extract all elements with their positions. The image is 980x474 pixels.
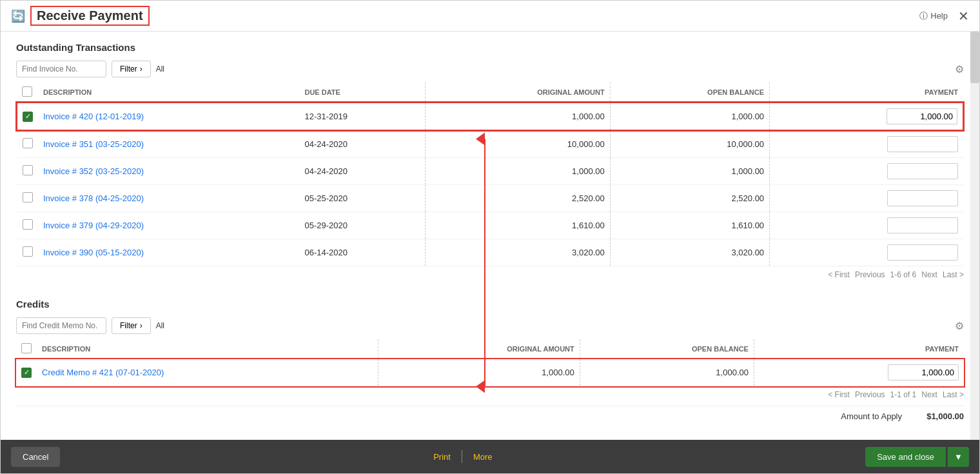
scrollbar[interactable] xyxy=(970,32,979,440)
credits-section: Credits Filter › All ⚙ DESCRIPTI xyxy=(16,299,964,403)
outstanding-table-row: Invoice # 379 (04-29-2020)05-29-20201,61… xyxy=(17,212,963,239)
close-button[interactable]: ✕ xyxy=(958,8,969,24)
outstanding-col-description: DESCRIPTION xyxy=(38,83,299,103)
payment-input[interactable] xyxy=(887,163,958,179)
invoice-link[interactable]: Invoice # 379 (04-29-2020) xyxy=(43,221,144,230)
invoice-link[interactable]: Invoice # 390 (05-15-2020) xyxy=(43,248,144,257)
amount-to-apply-value: $1,000.00 xyxy=(912,411,964,421)
invoice-link[interactable]: Invoice # 351 (03-25-2020) xyxy=(43,139,144,149)
cancel-button[interactable]: Cancel xyxy=(11,447,60,467)
outstanding-settings-icon[interactable]: ⚙ xyxy=(955,63,964,75)
help-button[interactable]: ⓘ Help xyxy=(919,10,948,22)
credits-next-page[interactable]: Next xyxy=(921,390,937,399)
outstanding-page-range: 1-6 of 6 xyxy=(890,270,917,279)
page-title: Receive Payment xyxy=(30,6,150,26)
more-button[interactable]: More xyxy=(463,447,503,467)
amount-to-apply-label: Amount to Apply xyxy=(841,411,902,421)
due-date-cell: 04-24-2020 xyxy=(299,158,426,185)
payment-input[interactable] xyxy=(887,190,958,206)
outstanding-table-row: Invoice # 420 (12-01-2019)12-31-20191,00… xyxy=(17,103,963,130)
find-invoice-input[interactable] xyxy=(16,61,106,77)
credits-col-open-balance: OPEN BALANCE xyxy=(580,339,754,359)
due-date-cell: 06-14-2020 xyxy=(299,239,426,266)
due-date-cell: 12-31-2019 xyxy=(299,103,426,130)
invoice-link[interactable]: Invoice # 352 (03-25-2020) xyxy=(43,166,144,176)
save-dropdown-button[interactable]: ▼ xyxy=(947,447,969,467)
outstanding-row-checkbox[interactable] xyxy=(23,112,33,122)
outstanding-col-open-balance: OPEN BALANCE xyxy=(610,83,769,103)
open-balance-cell: 10,000.00 xyxy=(610,130,769,158)
credits-settings-icon[interactable]: ⚙ xyxy=(955,320,964,332)
credits-filter-arrow-icon: › xyxy=(140,321,142,330)
open-balance-cell: 1,000.00 xyxy=(610,103,769,130)
outstanding-previous-page[interactable]: Previous xyxy=(855,270,885,279)
credits-first-page[interactable]: < First xyxy=(828,390,850,399)
credits-filter-bar: Filter › All ⚙ xyxy=(16,317,964,334)
credits-payment-input[interactable] xyxy=(888,364,959,380)
outstanding-col-original-amount: ORIGINAL AMOUNT xyxy=(426,83,610,103)
credits-all-label: All xyxy=(156,321,164,330)
scrollbar-thumb[interactable] xyxy=(970,32,979,83)
payment-input[interactable] xyxy=(887,244,958,261)
outstanding-table-row: Invoice # 352 (03-25-2020)04-24-20201,00… xyxy=(17,158,963,185)
credits-filter-button[interactable]: Filter › xyxy=(112,317,151,334)
save-and-close-button[interactable]: Save and close xyxy=(865,447,946,467)
credits-previous-page[interactable]: Previous xyxy=(855,390,885,399)
outstanding-table-row: Invoice # 390 (05-15-2020)06-14-20203,02… xyxy=(17,239,963,266)
outstanding-col-payment: PAYMENT xyxy=(770,83,963,103)
outstanding-table-row: Invoice # 378 (04-25-2020)05-25-20202,52… xyxy=(17,185,963,212)
find-credit-memo-input[interactable] xyxy=(16,317,106,334)
outstanding-select-all-checkbox[interactable] xyxy=(22,86,32,97)
outstanding-last-page[interactable]: Last > xyxy=(943,270,964,279)
outstanding-section-title: Outstanding Transactions xyxy=(16,42,964,53)
payment-input[interactable] xyxy=(887,136,958,152)
outstanding-row-checkbox[interactable] xyxy=(23,165,33,175)
credits-original-amount-cell: 1,000.00 xyxy=(378,359,580,386)
invoice-link[interactable]: Invoice # 420 (12-01-2019) xyxy=(43,112,144,121)
due-date-cell: 04-24-2020 xyxy=(299,130,426,158)
outstanding-row-checkbox[interactable] xyxy=(23,138,33,148)
title-area: 🔄 Receive Payment xyxy=(11,6,150,26)
credits-row-checkbox[interactable] xyxy=(21,368,32,378)
outstanding-pagination: < First Previous 1-6 of 6 Next Last > xyxy=(16,266,964,283)
modal-footer: Cancel Print More Save and close ▼ xyxy=(1,440,979,473)
payment-input[interactable] xyxy=(887,217,958,233)
due-date-cell: 05-29-2020 xyxy=(299,212,426,239)
outstanding-filter-button[interactable]: Filter › xyxy=(112,61,151,77)
payment-input[interactable] xyxy=(887,108,957,124)
modal-header: 🔄 Receive Payment ⓘ Help ✕ xyxy=(1,1,979,32)
credits-col-payment: PAYMENT xyxy=(754,339,964,359)
credits-page-range: 1-1 of 1 xyxy=(890,390,917,399)
outstanding-first-page[interactable]: < First xyxy=(828,270,850,279)
credits-last-page[interactable]: Last > xyxy=(943,390,964,399)
credit-memo-link[interactable]: Credit Memo # 421 (07-01-2020) xyxy=(42,368,164,377)
outstanding-row-checkbox[interactable] xyxy=(23,219,33,230)
original-amount-cell: 3,020.00 xyxy=(426,239,610,266)
outstanding-table: DESCRIPTION DUE DATE ORIGINAL AMOUNT OPE… xyxy=(16,83,964,266)
footer-center: Print More xyxy=(423,447,502,467)
original-amount-cell: 2,520.00 xyxy=(426,185,610,212)
outstanding-row-checkbox[interactable] xyxy=(23,192,33,202)
original-amount-cell: 1,000.00 xyxy=(426,158,610,185)
footer-divider xyxy=(462,450,462,463)
amount-to-apply-row: Amount to Apply $1,000.00 xyxy=(16,406,964,426)
credits-select-all-checkbox[interactable] xyxy=(21,343,32,353)
help-circle-icon: ⓘ xyxy=(919,10,928,22)
filter-arrow-icon: › xyxy=(140,64,142,74)
credits-col-description: DESCRIPTION xyxy=(37,339,378,359)
header-right: ⓘ Help ✕ xyxy=(919,8,969,24)
refresh-icon[interactable]: 🔄 xyxy=(11,9,25,23)
invoice-link[interactable]: Invoice # 378 (04-25-2020) xyxy=(43,193,144,203)
credits-section-title: Credits xyxy=(16,299,964,310)
credits-open-balance-cell: 1,000.00 xyxy=(580,359,754,386)
outstanding-all-label: All xyxy=(156,64,164,74)
credits-col-original-amount: ORIGINAL AMOUNT xyxy=(378,339,580,359)
print-button[interactable]: Print xyxy=(423,447,461,467)
outstanding-row-checkbox[interactable] xyxy=(23,246,33,257)
credits-table: DESCRIPTION ORIGINAL AMOUNT OPEN BALANCE… xyxy=(16,339,964,386)
outstanding-table-row: Invoice # 351 (03-25-2020)04-24-202010,0… xyxy=(17,130,963,158)
original-amount-cell: 1,000.00 xyxy=(426,103,610,130)
outstanding-next-page[interactable]: Next xyxy=(921,270,937,279)
open-balance-cell: 1,610.00 xyxy=(610,212,769,239)
footer-left: Cancel xyxy=(11,447,60,467)
